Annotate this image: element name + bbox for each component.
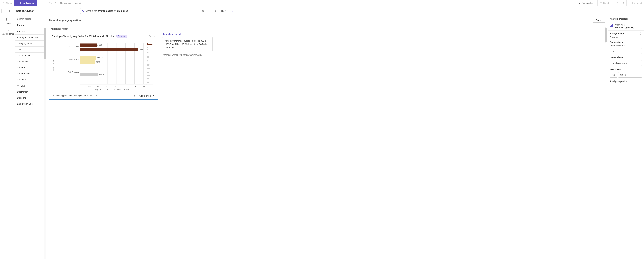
bookmarks-button[interactable]: Bookmarks: [576, 0, 597, 6]
chevron-down-icon: [594, 2, 595, 4]
more-icon[interactable]: [153, 35, 156, 37]
notes-button[interactable]: Notes: [0, 0, 14, 6]
search-input[interactable]: what is the average sales by employee: [86, 9, 200, 12]
field-item-label: Date: [21, 84, 25, 87]
field-item[interactable]: Cost of Sale: [16, 59, 46, 65]
next-sheet-button[interactable]: [620, 0, 626, 6]
info-button[interactable]: [229, 8, 235, 14]
field-item-label: CountryCode: [17, 72, 30, 75]
language-selector[interactable]: en: [219, 8, 228, 14]
microphone-button[interactable]: [212, 8, 218, 14]
measure-field-selector[interactable]: Sales: [618, 72, 642, 78]
field-item[interactable]: Country: [16, 65, 46, 71]
svg-point-20: [82, 10, 84, 11]
page-title: Insight Advisor: [13, 6, 36, 15]
field-item-label: Cost of Sale: [17, 60, 29, 63]
calendar-icon: [17, 85, 20, 87]
svg-rect-64: [147, 60, 148, 61]
svg-rect-24: [215, 10, 216, 11]
svg-rect-57: [147, 43, 148, 44]
field-item[interactable]: Date: [16, 83, 46, 89]
matching-result-label: Matching result: [51, 27, 605, 30]
help-icon[interactable]: ?: [640, 32, 642, 35]
grid-icon: [571, 1, 574, 4]
panel-left-toggle[interactable]: [1, 8, 6, 13]
step-back-button[interactable]: [42, 0, 48, 6]
measure-agg-selector[interactable]: Avg: [610, 72, 617, 78]
field-item[interactable]: Address: [16, 28, 46, 34]
y-axis-label: EmployeeName: [52, 59, 54, 73]
period-link[interactable]: Month comparison: [69, 95, 86, 97]
field-item[interactable]: AverageCallSatisfaction: [16, 34, 46, 40]
svg-rect-14: [600, 2, 602, 4]
chart-type-label: Chart type: [615, 24, 634, 26]
insight-body: Period over Period: average Sales is 353…: [162, 37, 212, 51]
scrollbar-track: [44, 28, 46, 259]
svg-rect-51: [80, 60, 95, 64]
assets-search[interactable]: [16, 16, 46, 22]
nlq-search-box[interactable]: what is the average sales by employee: [80, 8, 211, 14]
clear-selections-button[interactable]: [53, 0, 58, 6]
svg-rect-11: [573, 2, 574, 2]
rail-fields[interactable]: Fields: [0, 16, 15, 26]
submit-search-button[interactable]: [206, 9, 209, 12]
add-to-sheet-button[interactable]: Add to sheet: [137, 94, 156, 98]
field-item-label: Discount: [17, 97, 26, 99]
insight-advisor-button[interactable]: Insight Advisor: [14, 0, 37, 6]
cancel-button[interactable]: Cancel: [593, 18, 605, 23]
app-grid-button[interactable]: [569, 0, 576, 6]
field-item[interactable]: City: [16, 47, 46, 53]
svg-rect-19: [10, 10, 10, 12]
expand-icon[interactable]: [149, 35, 151, 37]
prev-sheet-button[interactable]: [615, 0, 620, 6]
field-item[interactable]: Discount: [16, 95, 46, 101]
chevron-down-icon: [611, 2, 612, 4]
rail-fields-label: Fields: [5, 22, 10, 24]
field-item[interactable]: Description: [16, 89, 46, 95]
svg-rect-91: [612, 24, 613, 27]
step-forward-button[interactable]: [48, 0, 53, 6]
field-item[interactable]: EmployeeName: [16, 101, 46, 107]
chevron-right-icon: [638, 74, 640, 76]
svg-point-33: [154, 36, 154, 36]
smart-select-button[interactable]: [37, 0, 42, 6]
clear-search-button[interactable]: [201, 9, 204, 12]
field-item[interactable]: CountryCode: [16, 71, 46, 77]
svg-text:1k: 1k: [124, 85, 126, 87]
svg-text:1.2k: 1.2k: [133, 85, 136, 87]
svg-rect-59: [147, 47, 148, 48]
rail-master-items[interactable]: Master items: [0, 26, 15, 37]
svg-text:400: 400: [97, 85, 100, 87]
svg-text:0: 0: [80, 85, 81, 87]
panel-right-toggle[interactable]: [7, 8, 12, 13]
field-item[interactable]: CategoryName: [16, 40, 46, 47]
svg-rect-63: [147, 57, 149, 58]
svg-rect-61: [147, 52, 148, 53]
svg-rect-70: [147, 78, 149, 79]
assets-search-input[interactable]: [17, 17, 45, 20]
svg-rect-12: [571, 2, 572, 3]
favorable-trend-selector[interactable]: Up: [610, 48, 642, 54]
svg-rect-10: [572, 2, 573, 2]
field-item-label: AverageCallSatisfaction: [17, 36, 40, 39]
svg-point-26: [232, 10, 232, 10]
properties-header: Analysis properties: [608, 16, 644, 22]
svg-text:1.27k: 1.27k: [138, 48, 143, 50]
field-item[interactable]: Customer: [16, 77, 46, 83]
svg-rect-9: [571, 2, 572, 2]
notes-icon: [2, 1, 5, 4]
step-back-icon: [44, 1, 46, 4]
edit-sheet-button[interactable]: Edit sheet: [626, 0, 644, 6]
scrollbar-thumb[interactable]: [44, 28, 46, 59]
dimension-selector[interactable]: EmployeeName: [610, 60, 642, 66]
field-item[interactable]: ContactName: [16, 53, 46, 59]
pencil-icon: [628, 1, 631, 4]
center-scrollbar-thumb[interactable]: [605, 27, 607, 42]
explore-button[interactable]: [131, 93, 136, 98]
svg-point-86: [134, 95, 134, 96]
secondary-bar: Insight Advisor what is the average sale…: [0, 6, 644, 16]
svg-text:347.69: 347.69: [97, 57, 102, 59]
sheets-button[interactable]: Sheets: [597, 0, 615, 6]
svg-rect-66: [147, 65, 149, 66]
close-icon[interactable]: [209, 33, 212, 35]
